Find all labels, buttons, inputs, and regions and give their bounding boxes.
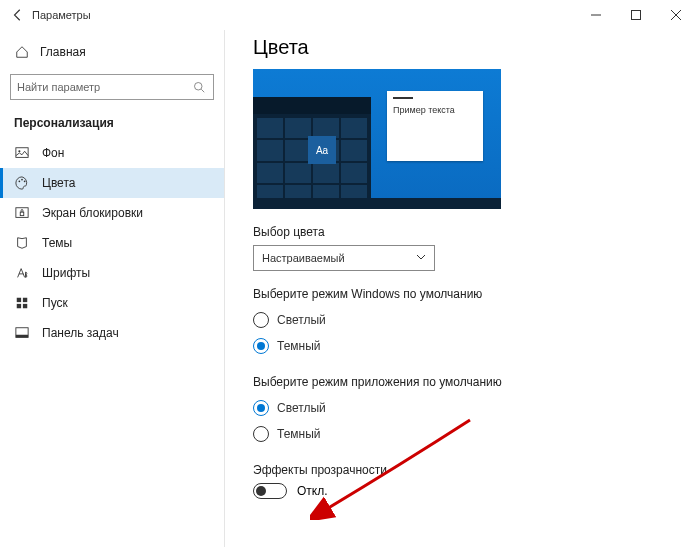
- svg-point-6: [19, 180, 21, 182]
- app-mode-dark[interactable]: Темный: [253, 421, 700, 447]
- transparency-toggle[interactable]: Откл.: [253, 483, 700, 499]
- start-icon: [14, 295, 30, 311]
- lockscreen-icon: [14, 205, 30, 221]
- home-link[interactable]: Главная: [0, 38, 224, 66]
- preview-window: Пример текста: [387, 91, 483, 161]
- sidebar-item-themes[interactable]: Темы: [0, 228, 224, 258]
- windows-mode-light[interactable]: Светлый: [253, 307, 700, 333]
- sidebar-item-label: Пуск: [42, 296, 68, 310]
- svg-rect-12: [23, 298, 27, 302]
- sidebar-item-label: Панель задач: [42, 326, 119, 340]
- svg-rect-14: [23, 304, 27, 308]
- sidebar-item-background[interactable]: Фон: [0, 138, 224, 168]
- radio-icon: [253, 400, 269, 416]
- preview-tile: Aa: [308, 136, 336, 164]
- taskbar-icon: [14, 325, 30, 341]
- picture-icon: [14, 145, 30, 161]
- svg-point-7: [21, 179, 23, 181]
- transparency-state: Откл.: [297, 484, 328, 498]
- sidebar-item-fonts[interactable]: Шрифты: [0, 258, 224, 288]
- color-preview: Aa Пример текста: [253, 69, 501, 209]
- chevron-down-icon: [416, 252, 426, 264]
- themes-icon: [14, 235, 30, 251]
- home-label: Главная: [40, 45, 86, 59]
- color-mode-select[interactable]: Настраиваемый: [253, 245, 435, 271]
- sidebar-item-label: Шрифты: [42, 266, 90, 280]
- svg-rect-11: [17, 298, 21, 302]
- page-title: Цвета: [253, 36, 700, 59]
- svg-rect-13: [17, 304, 21, 308]
- svg-point-8: [24, 180, 26, 182]
- minimize-button[interactable]: [576, 1, 616, 29]
- svg-point-2: [195, 83, 203, 91]
- sidebar-item-label: Цвета: [42, 176, 75, 190]
- sidebar-item-colors[interactable]: Цвета: [0, 168, 224, 198]
- radio-icon: [253, 338, 269, 354]
- sidebar-item-label: Темы: [42, 236, 72, 250]
- svg-point-5: [18, 150, 20, 152]
- sidebar: Главная Найти параметр Персонализация Фо…: [0, 30, 225, 547]
- app-mode-light[interactable]: Светлый: [253, 395, 700, 421]
- close-icon: [671, 10, 681, 20]
- sidebar-item-label: Фон: [42, 146, 64, 160]
- maximize-icon: [631, 10, 641, 20]
- svg-line-3: [201, 89, 204, 92]
- color-mode-value: Настраиваемый: [262, 252, 345, 264]
- sidebar-item-label: Экран блокировки: [42, 206, 143, 220]
- back-button[interactable]: [4, 1, 32, 29]
- svg-rect-16: [16, 335, 28, 338]
- svg-rect-4: [16, 148, 28, 158]
- transparency-label: Эффекты прозрачности: [253, 463, 700, 477]
- arrow-left-icon: [11, 8, 25, 22]
- maximize-button[interactable]: [616, 1, 656, 29]
- svg-rect-10: [20, 212, 24, 216]
- windows-mode-label: Выберите режим Windows по умолчанию: [253, 287, 700, 301]
- fonts-icon: [14, 265, 30, 281]
- sidebar-item-lockscreen[interactable]: Экран блокировки: [0, 198, 224, 228]
- window-title: Параметры: [32, 9, 91, 21]
- windows-mode-dark[interactable]: Темный: [253, 333, 700, 359]
- home-icon: [14, 44, 30, 60]
- search-placeholder: Найти параметр: [17, 81, 191, 93]
- radio-icon: [253, 312, 269, 328]
- palette-icon: [14, 175, 30, 191]
- close-button[interactable]: [656, 1, 696, 29]
- color-mode-label: Выбор цвета: [253, 225, 700, 239]
- sidebar-item-taskbar[interactable]: Панель задач: [0, 318, 224, 348]
- minimize-icon: [591, 10, 601, 20]
- sidebar-item-start[interactable]: Пуск: [0, 288, 224, 318]
- search-input[interactable]: Найти параметр: [10, 74, 214, 100]
- toggle-track-icon: [253, 483, 287, 499]
- category-header: Персонализация: [0, 112, 224, 138]
- search-icon: [191, 79, 207, 95]
- app-mode-label: Выберите режим приложения по умолчанию: [253, 375, 700, 389]
- radio-icon: [253, 426, 269, 442]
- content: Цвета Aa Пример текста Выбор цвета Настр…: [225, 30, 700, 547]
- svg-rect-1: [632, 11, 641, 20]
